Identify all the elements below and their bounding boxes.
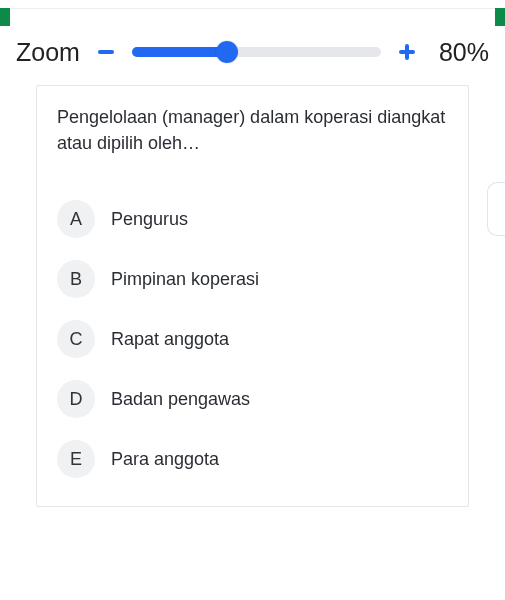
question-text: Pengelolaan (manager) dalam koperasi dia… — [57, 104, 448, 156]
option-a[interactable]: A Pengurus — [57, 200, 448, 238]
option-letter: D — [57, 380, 95, 418]
option-label: Badan pengawas — [111, 389, 250, 410]
zoom-label: Zoom — [16, 38, 80, 67]
slider-fill — [132, 47, 227, 57]
options-list: A Pengurus B Pimpinan koperasi C Rapat a… — [57, 200, 448, 478]
option-d[interactable]: D Badan pengawas — [57, 380, 448, 418]
zoom-slider[interactable] — [132, 40, 381, 64]
main-content: Zoom 80% Pengelolaan (manager) dalam kop… — [10, 8, 495, 507]
option-c[interactable]: C Rapat anggota — [57, 320, 448, 358]
option-label: Pimpinan koperasi — [111, 269, 259, 290]
minus-icon — [96, 42, 116, 62]
option-letter: C — [57, 320, 95, 358]
svg-rect-2 — [405, 44, 409, 60]
zoom-in-button[interactable] — [393, 37, 421, 67]
option-e[interactable]: E Para anggota — [57, 440, 448, 478]
zoom-toolbar: Zoom 80% — [10, 37, 495, 77]
option-b[interactable]: B Pimpinan koperasi — [57, 260, 448, 298]
option-letter: E — [57, 440, 95, 478]
plus-icon — [397, 42, 417, 62]
side-tab-handle[interactable] — [487, 182, 505, 236]
zoom-out-button[interactable] — [92, 37, 120, 67]
option-label: Rapat anggota — [111, 329, 229, 350]
option-label: Pengurus — [111, 209, 188, 230]
option-letter: B — [57, 260, 95, 298]
slider-thumb[interactable] — [216, 41, 238, 63]
option-letter: A — [57, 200, 95, 238]
zoom-percent: 80% — [433, 38, 489, 67]
question-card: Pengelolaan (manager) dalam koperasi dia… — [36, 85, 469, 507]
svg-rect-0 — [98, 50, 114, 54]
option-label: Para anggota — [111, 449, 219, 470]
